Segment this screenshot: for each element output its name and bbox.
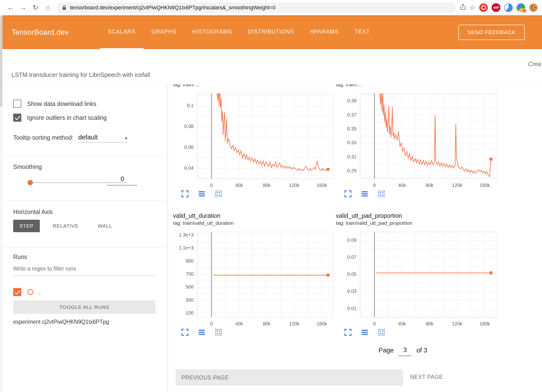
url-text: tensorboard.dev/experiment/cj2vtPiwQHKN9…: [70, 5, 275, 11]
toggle-all-runs-button[interactable]: TOGGLE ALL RUNS: [13, 300, 156, 314]
extension-red-icon[interactable]: [479, 3, 488, 12]
page-label: Page: [379, 347, 394, 356]
profile-avatar[interactable]: 1: [517, 3, 525, 12]
home-button[interactable]: ⌂: [42, 2, 54, 13]
tab-graphs[interactable]: GRAPHS: [144, 15, 184, 49]
svg-text:40k: 40k: [398, 321, 406, 326]
data-series-icon: [361, 190, 369, 198]
svg-text:900: 900: [186, 258, 194, 264]
browser-chrome: ← → ↻ ⌂ tensorboard.dev/experiment/cj2vt…: [0, 0, 542, 15]
forward-button[interactable]: →: [17, 2, 29, 13]
experiment-id: experiment cj2vtPiwQHKN9Q1tx6PTpg: [13, 319, 156, 325]
divider: [2, 200, 167, 201]
svg-text:0.01: 0.01: [347, 306, 357, 311]
line-chart[interactable]: 0.010.030.050.070.09040k80k120k160k: [336, 227, 501, 327]
data-series-button[interactable]: [198, 190, 206, 198]
fullscreen-icon: [344, 190, 352, 198]
line-chart[interactable]: 0.290.310.330.350.370.39040k80k120k160k: [336, 89, 501, 189]
axis-relative-button[interactable]: RELATIVE: [46, 220, 85, 232]
share-button[interactable]: [460, 3, 466, 12]
bookmark-star-button[interactable]: ☆: [470, 4, 475, 12]
cookie-icon[interactable]: [529, 3, 538, 12]
svg-text:0.09: 0.09: [347, 237, 357, 243]
svg-text:700: 700: [186, 271, 194, 277]
smoothing-value-input[interactable]: [107, 175, 137, 185]
pagination: Page of 3: [379, 346, 427, 356]
svg-text:0: 0: [210, 321, 213, 326]
reload-button[interactable]: ↻: [29, 2, 42, 13]
svg-text:160k: 160k: [479, 321, 490, 326]
svg-text:0.04: 0.04: [184, 165, 194, 171]
share-icon: [460, 3, 466, 10]
page-scrollbar[interactable]: [0, 15, 2, 392]
extension-abp-icon[interactable]: ABP: [492, 3, 500, 12]
data-series-icon: [198, 190, 206, 198]
svg-text:1.3e+3: 1.3e+3: [179, 232, 194, 237]
horizontal-axis-label: Horizontal Axis: [13, 208, 156, 215]
smoothing-slider-row: [13, 175, 156, 190]
smoothing-label: Smoothing: [13, 163, 156, 170]
svg-text:160k: 160k: [317, 321, 327, 326]
fullscreen-icon: [181, 328, 189, 336]
scrollbar-thumb[interactable]: [0, 16, 2, 107]
chart-toolbar: [181, 328, 338, 336]
app-logo: TensorBoard.dev: [12, 28, 69, 37]
fullscreen-button[interactable]: [181, 328, 189, 336]
svg-text:80k: 80k: [263, 321, 271, 326]
fit-domain-button[interactable]: [377, 328, 386, 336]
tooltip-sorting-dropdown[interactable]: default ▾: [78, 134, 127, 143]
svg-text:0: 0: [373, 183, 376, 188]
svg-text:300: 300: [186, 297, 194, 303]
axis-wall-button[interactable]: WALL: [92, 220, 118, 232]
svg-text:0.35: 0.35: [347, 126, 357, 131]
url-bar[interactable]: tensorboard.dev/experiment/cj2vtPiwQHKN9…: [57, 2, 456, 13]
line-chart[interactable]: 1003005007009001.1e+31.3e+3040k80k120k16…: [173, 227, 338, 327]
back-button[interactable]: ←: [4, 2, 17, 13]
previous-page-button[interactable]: PREVIOUS PAGE: [176, 369, 403, 386]
send-feedback-button[interactable]: SEND FEEDBACK: [458, 25, 525, 40]
chart-title: valid_utt_duration: [173, 212, 338, 219]
tab-text[interactable]: TEXT: [347, 15, 378, 49]
runs-label: Runs: [13, 254, 156, 260]
svg-text:0.05: 0.05: [347, 271, 357, 277]
page-number-input[interactable]: [398, 346, 412, 356]
show-download-checkbox[interactable]: [13, 100, 21, 108]
data-series-button[interactable]: [361, 328, 369, 336]
fit-domain-button[interactable]: [214, 190, 223, 198]
fit-domain-button[interactable]: [214, 328, 223, 336]
fit-domain-icon: [377, 328, 386, 336]
run-checkbox[interactable]: [13, 288, 21, 296]
fit-domain-button[interactable]: [377, 190, 386, 198]
divider: [2, 247, 167, 248]
fullscreen-icon: [181, 190, 189, 198]
svg-text:0.06: 0.06: [184, 144, 194, 150]
extension-blue-icon[interactable]: [504, 3, 513, 12]
next-page-button[interactable]: NEXT PAGE: [410, 374, 443, 380]
fullscreen-button[interactable]: [181, 190, 189, 198]
avatar-badge: 1: [522, 8, 527, 13]
svg-text:80k: 80k: [263, 183, 271, 188]
ignore-outliers-checkbox[interactable]: [13, 114, 21, 122]
svg-text:120k: 120k: [452, 321, 462, 326]
fullscreen-button[interactable]: [344, 328, 352, 336]
svg-text:0.33: 0.33: [347, 140, 357, 145]
fullscreen-button[interactable]: [344, 190, 352, 198]
show-download-label: Show data download links: [27, 100, 96, 107]
runs-filter-input[interactable]: [13, 265, 156, 276]
divider: [2, 155, 167, 156]
experiment-description: LSTM transducer training for LibriSpeech…: [12, 71, 150, 78]
tab-distributions[interactable]: DISTRIBUTIONS: [240, 15, 302, 49]
line-chart[interactable]: 0.040.060.080.1040k80k120k160k: [173, 89, 338, 189]
experiment-subheader: Crea LSTM transducer training for LibriS…: [0, 49, 542, 84]
axis-step-button[interactable]: STEP: [13, 220, 40, 232]
data-series-button[interactable]: [361, 190, 369, 198]
smoothing-slider-thumb[interactable]: [28, 180, 33, 185]
data-series-button[interactable]: [198, 328, 206, 336]
fullscreen-icon: [344, 328, 352, 336]
tab-histograms[interactable]: HISTOGRAMS: [184, 15, 240, 49]
chart-card-3: valid_utt_duration tag: train/valid_utt_…: [173, 212, 338, 336]
ignore-outliers-row: Ignore outliers in chart scaling: [13, 114, 156, 122]
tab-hparams[interactable]: HPARAMS: [302, 15, 346, 49]
tab-scalars[interactable]: SCALARS: [100, 15, 144, 49]
svg-text:100: 100: [186, 310, 194, 316]
